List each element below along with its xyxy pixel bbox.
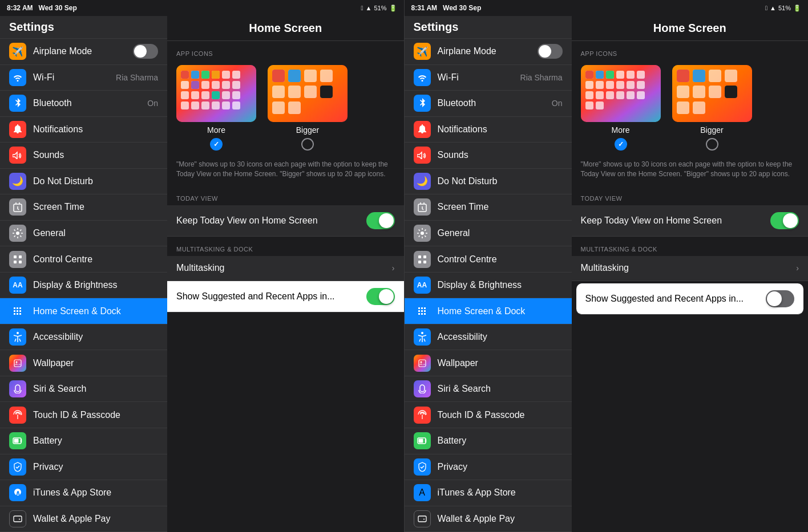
right-general-icon (414, 225, 431, 242)
sidebar-item-accessibility[interactable]: Accessibility (0, 324, 167, 351)
sidebar-item-wallpaper[interactable]: Wallpaper (0, 350, 167, 376)
bigger-radio[interactable] (301, 138, 314, 151)
sidebar-item-airplane-mode[interactable]: ✈️ Airplane Mode (0, 39, 167, 65)
sidebar-item-screen-time[interactable]: Screen Time (0, 194, 167, 221)
sidebar-item-wifi[interactable]: Wi-Fi Ria Sharma (0, 65, 167, 91)
sidebar-item-privacy[interactable]: Privacy (0, 454, 167, 481)
more-option[interactable]: More (176, 65, 256, 151)
right-sidebar-item-battery[interactable]: Battery (405, 428, 572, 454)
right-sidebar-item-wallet[interactable]: Wallet & Apple Pay (405, 506, 572, 532)
svg-rect-70 (418, 255, 421, 258)
left-time: 8:32 AM Wed 30 Sep (7, 4, 77, 12)
right-sidebar-item-privacy[interactable]: Privacy (405, 454, 572, 481)
svg-text:A: A (16, 490, 20, 497)
right-sidebar-title: Settings (405, 16, 572, 39)
svg-rect-3 (19, 255, 22, 258)
svg-rect-37 (191, 91, 199, 99)
left-sidebar-title: Settings (0, 16, 167, 39)
right-sidebar-item-do-not-disturb[interactable]: 🌙 Do Not Disturb (405, 169, 572, 195)
sidebar-item-wallet[interactable]: Wallet & Apple Pay (0, 506, 167, 532)
right-touch-id-label: Touch ID & Passcode (438, 410, 563, 420)
right-show-suggested-row[interactable]: Show Suggested and Recent Apps in... (576, 283, 804, 315)
right-show-suggested-toggle[interactable] (766, 290, 794, 307)
right-sidebar-item-sounds[interactable]: Sounds (405, 143, 572, 169)
right-sidebar-item-accessibility[interactable]: Accessibility (405, 324, 572, 351)
right-keep-today-toggle[interactable] (770, 212, 799, 229)
svg-rect-44 (201, 101, 209, 109)
svg-rect-9 (14, 310, 15, 312)
right-sidebar-item-wallpaper[interactable]: Wallpaper (405, 350, 572, 376)
right-more-radio[interactable] (615, 138, 627, 151)
wifi-value: Ria Sharma (116, 73, 158, 82)
right-sidebar-item-airplane-mode[interactable]: ✈️ Airplane Mode (405, 39, 572, 65)
airplane-mode-icon: ✈️ (9, 43, 26, 60)
sidebar-item-display-brightness[interactable]: AA Display & Brightness (0, 273, 167, 299)
right-sidebar-item-siri-search[interactable]: Siri & Search (405, 376, 572, 403)
right-keep-today-view-row[interactable]: Keep Today View on Home Screen (572, 205, 809, 237)
airplane-mode-toggle[interactable] (133, 44, 158, 59)
sidebar-item-itunes[interactable]: A iTunes & App Store (0, 480, 167, 506)
svg-rect-82 (424, 313, 426, 315)
svg-rect-72 (418, 261, 421, 263)
right-itunes-icon: A (414, 484, 431, 501)
left-sidebar: Settings ✈️ Airplane Mode Wi-Fi Ria Shar… (0, 16, 167, 532)
right-sidebar-item-itunes[interactable]: A iTunes & App Store (405, 480, 572, 506)
left-keep-today-view-row[interactable]: Keep Today View on Home Screen (167, 205, 404, 237)
right-bigger-radio[interactable] (706, 138, 718, 151)
right-screen-time-icon (414, 198, 431, 216)
display-brightness-icon: AA (9, 277, 26, 294)
bigger-option[interactable]: Bigger (268, 65, 348, 151)
sidebar-item-general[interactable]: General (0, 221, 167, 247)
svg-rect-87 (418, 439, 423, 443)
more-radio[interactable] (210, 138, 223, 151)
left-keep-today-toggle[interactable] (366, 212, 395, 229)
touch-id-icon (9, 407, 26, 424)
right-airplane-mode-toggle[interactable] (538, 44, 563, 59)
right-sidebar-item-wifi[interactable]: Wi-Fi Ria Sharma (405, 65, 572, 91)
svg-rect-20 (14, 439, 19, 443)
svg-rect-105 (616, 91, 624, 99)
right-sounds-label: Sounds (438, 150, 563, 160)
right-siri-icon (414, 380, 431, 397)
svg-rect-13 (17, 313, 18, 315)
right-multitasking-row[interactable]: Multitasking › (572, 256, 809, 281)
sidebar-item-bluetooth[interactable]: Bluetooth On (0, 91, 167, 117)
right-more-option[interactable]: More (581, 65, 661, 151)
svg-rect-34 (222, 81, 230, 89)
sidebar-item-control-centre[interactable]: Control Centre (0, 246, 167, 273)
right-sidebar-item-bluetooth[interactable]: Bluetooth On (405, 91, 572, 117)
do-not-disturb-label: Do Not Disturb (33, 176, 158, 186)
right-sidebar-item-notifications[interactable]: Notifications (405, 117, 572, 143)
right-sidebar-item-general[interactable]: General (405, 221, 572, 247)
right-sidebar-item-home-screen[interactable]: Home Screen & Dock (405, 298, 572, 324)
svg-rect-64 (288, 101, 301, 114)
wallet-label: Wallet & Apple Pay (33, 514, 158, 524)
svg-rect-103 (596, 91, 604, 99)
right-sidebar-item-display-brightness[interactable]: AA Display & Brightness (405, 273, 572, 299)
right-touch-id-icon (414, 407, 431, 424)
sidebar-item-do-not-disturb[interactable]: 🌙 Do Not Disturb (0, 169, 167, 195)
battery-percent: 51% (374, 5, 386, 11)
right-sidebar-item-control-centre[interactable]: Control Centre (405, 246, 572, 273)
right-bluetooth-label: Bluetooth (438, 98, 552, 108)
right-bigger-option[interactable]: Bigger (672, 65, 752, 151)
sidebar-item-touch-id[interactable]: Touch ID & Passcode (0, 402, 167, 428)
svg-rect-47 (232, 101, 240, 109)
right-sidebar-item-screen-time[interactable]: Screen Time (405, 194, 572, 221)
left-multitasking-row[interactable]: Multitasking › (167, 256, 404, 281)
sidebar-item-siri-search[interactable]: Siri & Search (0, 376, 167, 403)
right-battery-label: Battery (438, 436, 563, 446)
right-keep-today-label: Keep Today View on Home Screen (581, 216, 771, 226)
sidebar-item-notifications[interactable]: Notifications (0, 117, 167, 143)
right-airplane-mode-icon: ✈️ (414, 43, 431, 60)
sidebar-item-sounds[interactable]: Sounds (0, 143, 167, 169)
right-sidebar-item-touch-id[interactable]: Touch ID & Passcode (405, 402, 572, 428)
right-wallpaper-icon (414, 355, 431, 372)
left-show-suggested-toggle[interactable] (366, 288, 395, 305)
right-privacy-icon (414, 458, 431, 476)
svg-rect-2 (14, 255, 17, 258)
sidebar-item-home-screen[interactable]: Home Screen & Dock (0, 298, 167, 324)
left-show-suggested-row[interactable]: Show Suggested and Recent Apps in... (167, 281, 404, 312)
left-description: "More" shows up to 30 icons on each page… (167, 160, 404, 186)
sidebar-item-battery[interactable]: Battery (0, 428, 167, 454)
